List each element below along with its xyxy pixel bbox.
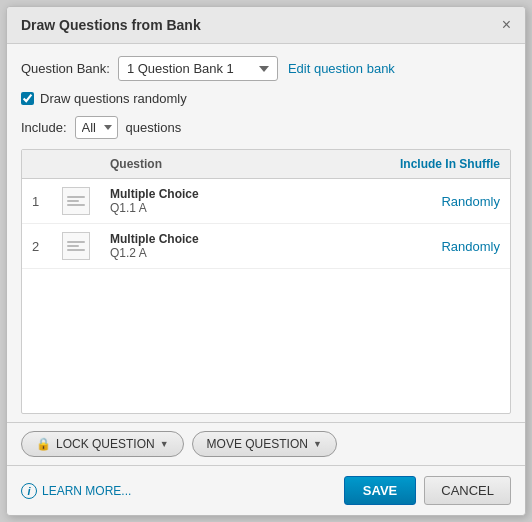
icon-line [67, 196, 85, 198]
col-num [22, 150, 52, 179]
bank-row: Question Bank: 1 Question Bank 1 Edit qu… [21, 56, 511, 81]
save-button[interactable]: SAVE [344, 476, 416, 505]
bank-select[interactable]: 1 Question Bank 1 [118, 56, 278, 81]
col-shuffle: Include In Shuffle [295, 150, 510, 179]
icon-line [67, 249, 85, 251]
icon-line [67, 200, 79, 202]
row-icon-cell [52, 224, 100, 269]
lock-icon: 🔒 [36, 437, 51, 451]
edit-question-bank-link[interactable]: Edit question bank [288, 61, 395, 76]
questions-table: Question Include In Shuffle 1 Multiple C… [22, 150, 510, 269]
learn-more-link[interactable]: i LEARN MORE... [21, 483, 131, 499]
cancel-button[interactable]: CANCEL [424, 476, 511, 505]
question-type: Multiple Choice [110, 187, 285, 201]
close-button[interactable]: × [502, 17, 511, 33]
questions-label: questions [126, 120, 182, 135]
dialog-title: Draw Questions from Bank [21, 17, 201, 33]
dialog-header: Draw Questions from Bank × [7, 7, 525, 44]
draw-randomly-label: Draw questions randomly [40, 91, 187, 106]
draw-randomly-checkbox[interactable] [21, 92, 34, 105]
dialog-footer: i LEARN MORE... SAVE CANCEL [7, 465, 525, 515]
icon-line [67, 245, 79, 247]
row-question: Multiple Choice Q1.1 A [100, 179, 295, 224]
question-name: Q1.1 A [110, 201, 285, 215]
include-select[interactable]: All 1 2 3 [75, 116, 118, 139]
move-caret-icon: ▼ [313, 439, 322, 449]
footer-actions: SAVE CANCEL [344, 476, 511, 505]
question-icon [62, 187, 90, 215]
lock-caret-icon: ▼ [160, 439, 169, 449]
row-num: 1 [22, 179, 52, 224]
icon-line [67, 204, 85, 206]
bank-select-wrapper: 1 Question Bank 1 Edit question bank [118, 56, 395, 81]
questions-table-body: 1 Multiple Choice Q1.1 A Randomly 2 Mult… [22, 179, 510, 269]
table-row: 1 Multiple Choice Q1.1 A Randomly [22, 179, 510, 224]
row-num: 2 [22, 224, 52, 269]
include-label: Include: [21, 120, 67, 135]
icon-line [67, 241, 85, 243]
dialog-body: Question Bank: 1 Question Bank 1 Edit qu… [7, 44, 525, 422]
table-header-row: Question Include In Shuffle [22, 150, 510, 179]
bank-label: Question Bank: [21, 61, 110, 76]
col-question: Question [100, 150, 295, 179]
move-question-label: MOVE QUESTION [207, 437, 308, 451]
include-row: Include: All 1 2 3 questions [21, 116, 511, 139]
lock-question-label: LOCK QUESTION [56, 437, 155, 451]
row-question: Multiple Choice Q1.2 A [100, 224, 295, 269]
info-icon: i [21, 483, 37, 499]
lock-question-button[interactable]: 🔒 LOCK QUESTION ▼ [21, 431, 184, 457]
row-icon-cell [52, 179, 100, 224]
row-shuffle[interactable]: Randomly [295, 224, 510, 269]
draw-questions-dialog: Draw Questions from Bank × Question Bank… [6, 6, 526, 516]
dialog-toolbar: 🔒 LOCK QUESTION ▼ MOVE QUESTION ▼ [7, 422, 525, 465]
table-row: 2 Multiple Choice Q1.2 A Randomly [22, 224, 510, 269]
col-icon [52, 150, 100, 179]
draw-randomly-row: Draw questions randomly [21, 91, 511, 106]
question-name: Q1.2 A [110, 246, 285, 260]
learn-more-label: LEARN MORE... [42, 484, 131, 498]
question-icon [62, 232, 90, 260]
questions-table-container: Question Include In Shuffle 1 Multiple C… [21, 149, 511, 414]
question-type: Multiple Choice [110, 232, 285, 246]
move-question-button[interactable]: MOVE QUESTION ▼ [192, 431, 337, 457]
row-shuffle[interactable]: Randomly [295, 179, 510, 224]
